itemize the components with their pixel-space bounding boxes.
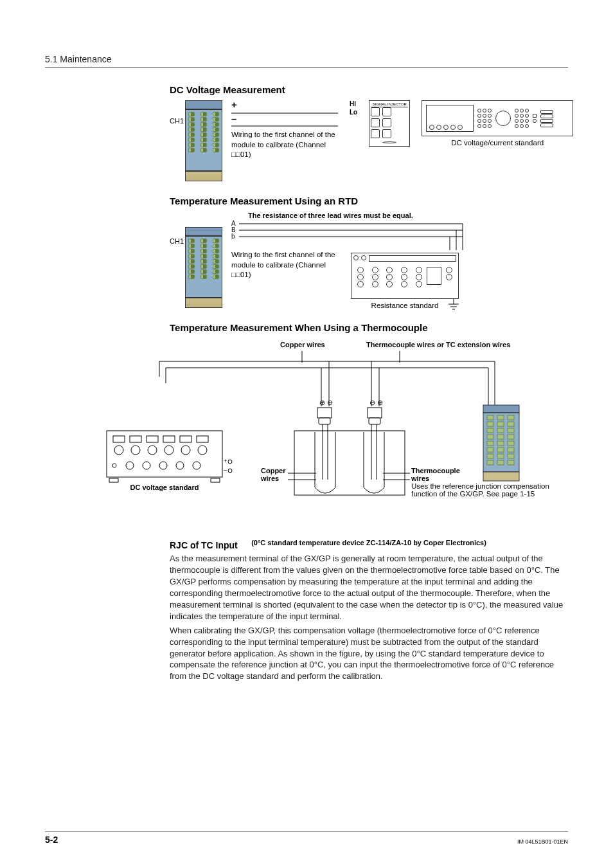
svg-rect-70: [497, 422, 504, 426]
svg-text:Thermocouple: Thermocouple: [411, 467, 460, 475]
svg-rect-77: [508, 435, 514, 439]
svg-rect-48: [197, 436, 208, 442]
svg-point-47: [181, 446, 190, 455]
svg-point-39: [114, 446, 123, 455]
svg-rect-44: [163, 436, 175, 442]
sec1-wiring-text: Wiring to the first channel of the modul…: [231, 130, 338, 160]
sec2-title: Temperature Measurement Using an RTD: [170, 195, 568, 206]
sec1-title: DC Voltage Measurement: [170, 84, 568, 95]
svg-rect-88: [497, 460, 504, 465]
device-caption: (0°C standard temperature device ZC-114/…: [170, 539, 568, 547]
svg-point-55: [193, 462, 200, 469]
svg-text:–: –: [224, 467, 227, 473]
svg-rect-76: [497, 435, 504, 439]
sec2-wiring-text: Wiring to the first channel of the modul…: [231, 250, 339, 309]
svg-point-51: [126, 462, 134, 469]
svg-text:wires: wires: [411, 475, 429, 482]
doc-id: IM 04L51B01-01EN: [517, 838, 568, 845]
dc-voltage-standard-device: [422, 100, 573, 136]
svg-rect-89: [508, 460, 514, 465]
svg-point-52: [143, 462, 150, 469]
svg-rect-86: [508, 454, 514, 458]
svg-text:⊕: ⊕: [377, 399, 383, 406]
svg-rect-23: [369, 418, 380, 424]
svg-rect-66: [487, 415, 493, 420]
svg-rect-20: [317, 408, 332, 418]
svg-text:DC voltage standard: DC voltage standard: [130, 484, 199, 491]
svg-rect-24: [294, 431, 405, 495]
lo-label: Lo: [350, 109, 357, 116]
svg-text:⊕: ⊕: [319, 399, 325, 406]
rjc-note: Uses the reference junction compensation…: [411, 482, 565, 498]
svg-rect-75: [487, 435, 493, 439]
sec1-diagram: CH1 +: [170, 100, 568, 181]
svg-rect-79: [497, 441, 504, 446]
svg-rect-87: [487, 460, 493, 465]
svg-point-43: [148, 446, 157, 455]
svg-rect-68: [508, 415, 514, 420]
sec4-p1: As the measurement terminal of the GX/GP…: [170, 553, 568, 622]
sec2-diagram: CH1 The resistance of three lead wires m…: [170, 212, 568, 309]
svg-point-49: [198, 446, 207, 455]
sec4-p2: When calibrating the GX/GP, this compens…: [170, 625, 568, 683]
svg-rect-71: [508, 422, 514, 426]
svg-rect-65: [483, 472, 519, 481]
svg-rect-80: [508, 441, 514, 446]
svg-rect-84: [487, 454, 493, 458]
svg-rect-61: [211, 478, 220, 482]
svg-rect-69: [487, 422, 493, 426]
sec2-ch-label: CH1: [170, 237, 184, 245]
svg-rect-67: [497, 415, 504, 420]
svg-point-50: [112, 464, 116, 467]
svg-rect-72: [487, 428, 493, 433]
sec3-title: Temperature Measurement When Using a The…: [170, 322, 568, 333]
svg-text:Thermocouple wires or TC exten: Thermocouple wires or TC extension wires: [366, 341, 510, 348]
svg-rect-82: [497, 448, 504, 452]
running-header: 5.1 Maintenance: [45, 54, 568, 68]
svg-rect-46: [180, 436, 191, 442]
svg-rect-22: [319, 418, 330, 424]
svg-rect-85: [497, 454, 504, 458]
svg-point-54: [176, 462, 184, 469]
sec1-ch-label: CH1: [170, 117, 184, 125]
svg-point-41: [131, 446, 140, 455]
lead-b-label: b: [231, 233, 236, 240]
svg-text:⊖: ⊖: [327, 399, 333, 406]
svg-text:+: +: [224, 458, 227, 464]
svg-rect-60: [109, 478, 118, 482]
sec1-wire-svg: [231, 111, 338, 132]
page-footer: 5-2 IM 04L51B01-01EN: [45, 831, 568, 845]
svg-rect-63: [483, 405, 519, 413]
svg-rect-42: [147, 436, 158, 442]
svg-point-57: [228, 460, 232, 464]
sec2-note: The resistance of three lead wires must …: [248, 212, 568, 219]
svg-rect-81: [487, 448, 493, 452]
plus-symbol: +: [231, 100, 338, 109]
svg-rect-78: [487, 441, 493, 446]
svg-point-53: [159, 462, 167, 469]
svg-text:Copper: Copper: [261, 467, 286, 475]
hi-label: Hi: [350, 100, 357, 107]
svg-point-45: [164, 446, 173, 455]
signal-injector-device: SIGNAL INJECTOR: [369, 100, 410, 147]
svg-rect-21: [368, 408, 382, 418]
svg-text:Copper wires: Copper wires: [280, 341, 325, 348]
svg-rect-74: [508, 428, 514, 433]
resistance-standard-device: [351, 253, 459, 299]
page-number: 5-2: [45, 835, 58, 845]
dc-std-caption: DC voltage/current standard: [422, 139, 573, 147]
svg-text:⊖: ⊖: [369, 399, 375, 406]
svg-rect-38: [113, 436, 125, 442]
svg-rect-40: [130, 436, 141, 442]
svg-text:wires: wires: [260, 475, 279, 482]
sec2-wire-svg: [231, 222, 475, 251]
svg-rect-83: [508, 448, 514, 452]
res-std-caption: Resistance standard: [351, 302, 459, 309]
svg-rect-73: [497, 428, 504, 433]
sec3-diagram: Copper wires Thermocouple wires or TC ex…: [45, 338, 568, 531]
svg-point-59: [228, 469, 232, 473]
